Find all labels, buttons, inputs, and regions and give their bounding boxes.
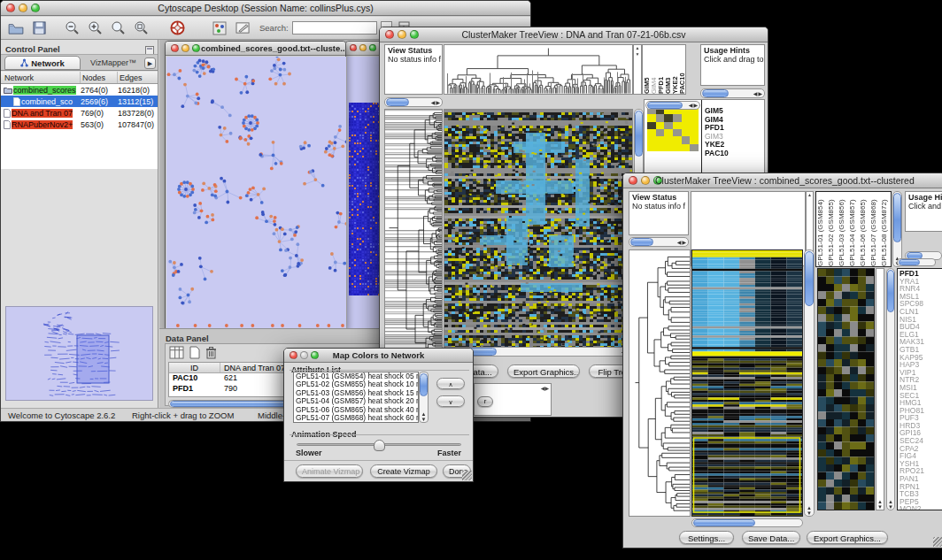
network-row-combined-scores[interactable]: combined_scores 2764(0) 16218(0) (1, 84, 158, 96)
attribute-item[interactable]: GPL51-01 (GSM854) heat shock 05 min (294, 372, 418, 380)
matrix-cell[interactable] (690, 144, 699, 151)
zoom-heatmap-canvas[interactable] (818, 269, 874, 510)
zoom-hscrollbar[interactable]: ◀▶ (645, 101, 700, 110)
close-button[interactable] (171, 44, 179, 52)
network-canvas[interactable] (166, 57, 346, 330)
gene-label[interactable]: MON2 (900, 505, 942, 510)
gene-label[interactable]: HAP3 (900, 361, 942, 369)
minimize-button[interactable] (181, 44, 189, 52)
col-network[interactable]: Network (1, 72, 81, 83)
network-row-combined-sco-selected[interactable]: combined_sco 2569(6) 13112(15) (1, 96, 158, 107)
global-heatmap-canvas[interactable] (444, 110, 632, 356)
matrix-cell[interactable] (664, 122, 673, 129)
row-dendrogram-panel[interactable] (384, 109, 443, 357)
gene-label[interactable]: GTB1 (900, 346, 942, 354)
attribute-select-icon[interactable] (169, 346, 184, 363)
zoom-button[interactable] (369, 44, 376, 51)
gene-label[interactable]: VIP1 (900, 369, 942, 377)
gene-label[interactable]: ELG1 (900, 331, 942, 339)
global-heatmap-panel[interactable] (444, 109, 633, 357)
correlation-matrix[interactable] (647, 107, 699, 151)
attribute-list-vscrollbar[interactable]: ▲▼ (419, 372, 429, 423)
attribute-item[interactable]: GPL51-06 (GSM865) heat shock 40 min (294, 406, 418, 414)
row-dendrogram-canvas[interactable] (629, 250, 690, 516)
gene-label[interactable]: BUD4 (900, 323, 942, 331)
save-data-button[interactable]: Save Data... (742, 531, 800, 544)
column-dendrogram-canvas[interactable] (444, 45, 632, 94)
matrix-cell[interactable] (656, 122, 665, 129)
gene-label[interactable]: PUF3 (900, 414, 942, 422)
gene-label[interactable]: TCB3 (900, 490, 942, 498)
gene-label[interactable]: FIG4 (900, 452, 942, 460)
export-graphics-button[interactable]: Export Graphics... (807, 531, 888, 544)
global-heatmap-canvas[interactable] (692, 250, 802, 516)
create-vizmap-button[interactable]: Create Vizmap (370, 464, 437, 478)
network-overview-panel[interactable] (5, 306, 153, 401)
network-row-rnapuber[interactable]: RNAPuberNov2+ 563(0) 107847(0) (1, 119, 158, 130)
matrix-cell[interactable] (656, 114, 665, 121)
heatmap-vscrollbar[interactable]: ▲▼ (804, 249, 815, 517)
attribute-item[interactable]: GPL51-03 (GSM856) heat shock 15 min (294, 389, 418, 397)
matrix-cell[interactable] (664, 144, 673, 151)
subpanel-button[interactable]: r (477, 396, 493, 407)
resize-grip[interactable] (462, 471, 472, 480)
gene-label[interactable]: GIM5 (705, 107, 763, 116)
tab-overflow-button[interactable]: ▶ (144, 58, 156, 69)
matrix-cell[interactable] (690, 129, 699, 136)
network-row-dna-tran[interactable]: DNA and Tran 07 769(0) 183728(0) (1, 107, 158, 119)
matrix-cell[interactable] (673, 122, 682, 129)
vizmapper-tool-icon[interactable] (210, 19, 229, 37)
gene-label[interactable]: PEP5 (900, 498, 942, 506)
gene-label[interactable]: PHO81 (900, 407, 942, 415)
gene-label[interactable]: RPO21 (900, 467, 942, 475)
zoom-fit-icon[interactable] (132, 19, 151, 37)
gene-label[interactable]: MSL1 (900, 293, 942, 301)
row-dendrogram-canvas[interactable] (385, 110, 442, 356)
gene-label[interactable]: MAK31 (900, 338, 942, 346)
gene-label[interactable]: RPN1 (900, 483, 942, 491)
resize-grip[interactable] (933, 537, 942, 547)
gene-label[interactable]: NIS1 (900, 316, 942, 324)
column-dendrogram-panel[interactable] (444, 44, 633, 95)
heatmap-hscrollbar[interactable] (691, 518, 803, 527)
col-nodes[interactable]: Nodes (81, 72, 118, 83)
close-button[interactable] (350, 44, 357, 51)
delete-attribute-icon[interactable] (205, 346, 217, 363)
gene-label[interactable]: SEC1 (900, 392, 942, 400)
matrix-cell[interactable] (647, 144, 656, 151)
matrix-cell[interactable] (682, 144, 691, 151)
network-view-titlebar[interactable]: combined_scores_good.txt--cluste... (166, 42, 345, 56)
zoom-button[interactable] (192, 44, 200, 52)
minimize-button[interactable] (641, 176, 650, 185)
overview-canvas[interactable] (6, 307, 152, 400)
matrix-cell[interactable] (647, 122, 656, 129)
matrix-cell[interactable] (673, 129, 682, 136)
gene-label[interactable]: CLN1 (900, 308, 942, 316)
matrix-cell[interactable] (664, 129, 673, 136)
help-icon[interactable] (167, 19, 187, 37)
matrix-cell[interactable] (682, 136, 691, 143)
matrix-cell[interactable] (690, 122, 699, 129)
gene-label[interactable]: CPA2 (900, 445, 942, 453)
annotation-icon[interactable] (233, 19, 252, 37)
zoom-out-icon[interactable] (63, 19, 82, 37)
main-titlebar[interactable]: Cytoscape Desktop (Session Name: collins… (1, 1, 530, 16)
gene-label[interactable]: RNR4 (900, 285, 942, 293)
export-graphics-button[interactable]: Export Graphics... (507, 364, 580, 378)
gene-label[interactable]: GIM3 (705, 133, 763, 142)
mini-strip[interactable]: ▲▼ (876, 268, 884, 510)
gene-label[interactable]: YSH1 (900, 460, 942, 468)
gene-label[interactable]: YRA1 (900, 278, 942, 286)
animation-speed-slider[interactable] (297, 443, 461, 446)
gene-label[interactable]: SPC98 (900, 300, 942, 308)
dense-network-canvas[interactable] (349, 103, 382, 295)
tab-network[interactable]: Network (4, 56, 81, 70)
gene-label[interactable]: PAN1 (900, 475, 942, 483)
matrix-cell[interactable] (673, 114, 682, 121)
move-up-button[interactable]: ∧ (436, 378, 465, 389)
save-session-icon[interactable] (29, 19, 49, 37)
gene-label[interactable]: MSI1 (900, 384, 942, 392)
gene-list-hscrollbar[interactable] (897, 258, 936, 266)
view-status-scrollbar[interactable]: ◀▶ (384, 97, 443, 107)
attribute-item[interactable]: GPL51-04 (GSM857) heat shock 20 min (294, 397, 418, 405)
